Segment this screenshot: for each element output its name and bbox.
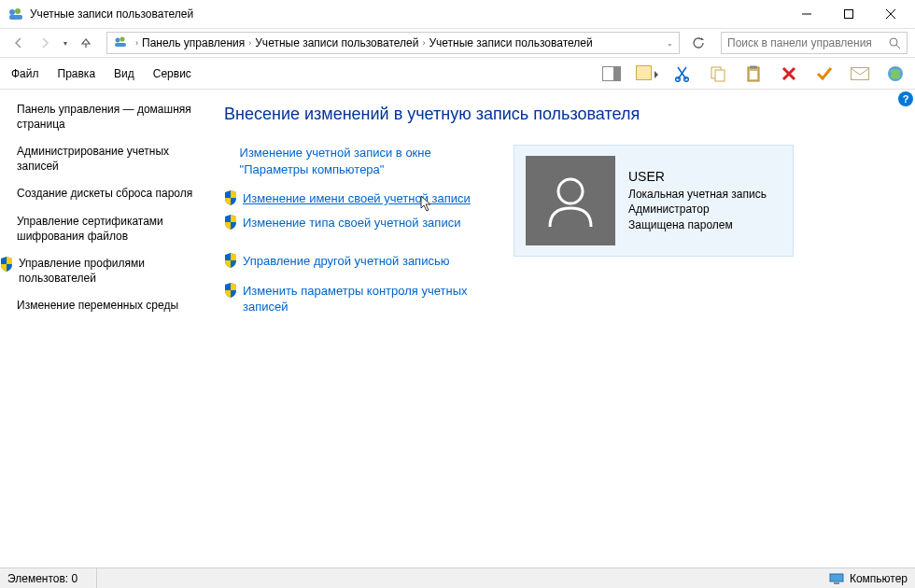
computer-icon (829, 573, 844, 584)
status-elements: Элементов: 0 (7, 568, 97, 588)
svg-rect-14 (637, 65, 652, 79)
search-box[interactable] (721, 32, 908, 54)
svg-line-11 (896, 45, 900, 49)
user-protection: Защищена паролем (628, 217, 767, 233)
globe-icon[interactable] (883, 62, 908, 86)
status-location: Компьютер (829, 572, 908, 585)
svg-rect-22 (852, 67, 869, 79)
menu-service[interactable]: Сервис (149, 63, 195, 84)
sidebar-link-certs[interactable]: Управление сертификатами шифрования файл… (17, 215, 196, 244)
cut-icon[interactable] (670, 62, 695, 86)
back-button[interactable] (7, 32, 30, 54)
sidebar-link-reset-disk[interactable]: Создание дискеты сброса пароля (17, 187, 196, 202)
mail-icon[interactable] (848, 62, 872, 86)
action-uac-settings[interactable]: Изменить параметры контроля учетных запи… (224, 283, 495, 315)
sidebar-link-admin[interactable]: Администрирование учетных записей (17, 145, 196, 174)
svg-rect-13 (613, 67, 620, 80)
svg-rect-26 (834, 582, 839, 584)
svg-rect-20 (750, 65, 757, 68)
svg-rect-9 (115, 43, 126, 47)
breadcrumb-1[interactable]: Панель управления (142, 36, 245, 49)
sidebar-link-env[interactable]: Изменение переменных среды (17, 299, 196, 314)
avatar (526, 156, 615, 245)
recent-dropdown[interactable]: ▾ (60, 39, 71, 48)
svg-point-10 (890, 38, 897, 46)
shield-icon (0, 257, 13, 286)
action-manage-other[interactable]: Управление другой учетной записью (224, 253, 495, 270)
shield-icon (224, 215, 237, 230)
action-change-in-settings[interactable]: Изменение учетной записи в окне "Парамет… (224, 145, 495, 177)
search-icon (888, 36, 901, 49)
navbar: ▾ › Панель управления › Учетные записи п… (0, 28, 915, 58)
menubar: Файл Правка Вид Сервис (0, 58, 915, 90)
action-change-type[interactable]: Изменение типа своей учетной записи (224, 215, 495, 231)
search-input[interactable] (727, 36, 888, 49)
paste-icon[interactable] (741, 62, 766, 86)
forward-button[interactable] (34, 32, 56, 54)
refresh-button[interactable] (687, 32, 710, 54)
shield-icon (224, 283, 237, 298)
apply-icon[interactable] (812, 62, 837, 86)
svg-rect-2 (9, 15, 22, 20)
svg-point-8 (120, 36, 125, 41)
copy-icon[interactable] (706, 62, 730, 86)
menu-file[interactable]: Файл (7, 63, 43, 84)
svg-rect-18 (715, 70, 725, 81)
main-panel: Внесение изменений в учетную запись поль… (205, 90, 915, 567)
svg-point-24 (558, 179, 583, 203)
svg-rect-4 (844, 10, 852, 19)
page-heading: Внесение изменений в учетную запись поль… (224, 105, 896, 124)
window-title: Учетные записи пользователей (30, 7, 785, 21)
up-button[interactable] (75, 32, 97, 54)
shield-icon (224, 190, 237, 205)
svg-point-7 (116, 37, 120, 42)
user-name: USER (628, 168, 767, 187)
svg-rect-21 (750, 71, 757, 79)
control-panel-home-link[interactable]: Панель управления — домашняя страница (17, 103, 196, 132)
user-role: Администратор (628, 202, 767, 217)
view-options-icon[interactable] (635, 62, 659, 86)
app-icon (7, 6, 24, 22)
statusbar: Элементов: 0 Компьютер (0, 567, 915, 588)
svg-point-1 (15, 8, 21, 14)
svg-point-0 (9, 9, 15, 15)
sidebar-link-profiles[interactable]: Управление профилями пользователей (17, 257, 196, 286)
user-panel: USER Локальная учетная запись Администра… (514, 145, 794, 257)
menu-edit[interactable]: Правка (54, 63, 100, 84)
breadcrumb-2[interactable]: Учетные записи пользователей (255, 36, 418, 49)
close-button[interactable] (869, 1, 911, 27)
user-type: Локальная учетная запись (628, 187, 767, 203)
breadcrumb-dropdown[interactable]: ⌄ (663, 39, 677, 48)
breadcrumb-3[interactable]: Учетные записи пользователей (429, 36, 592, 49)
actions-list: Изменение учетной записи в окне "Парамет… (224, 145, 495, 329)
content-area: ? Панель управления — домашняя страница … (0, 90, 915, 567)
help-icon[interactable]: ? (898, 91, 913, 106)
breadcrumb[interactable]: › Панель управления › Учетные записи пол… (106, 32, 680, 54)
maximize-button[interactable] (827, 1, 869, 27)
users-icon (113, 35, 128, 52)
sidebar: Панель управления — домашняя страница Ад… (0, 90, 205, 567)
delete-icon[interactable] (777, 62, 801, 86)
user-info: USER Локальная учетная запись Администра… (628, 168, 767, 233)
titlebar: Учетные записи пользователей (0, 0, 915, 28)
menu-view[interactable]: Вид (110, 63, 138, 84)
minimize-button[interactable] (785, 1, 827, 27)
action-change-name[interactable]: Изменение имени своей учетной записи (224, 190, 495, 207)
view-pane-icon[interactable] (599, 62, 624, 86)
shield-icon (224, 253, 237, 268)
svg-rect-25 (830, 574, 843, 581)
